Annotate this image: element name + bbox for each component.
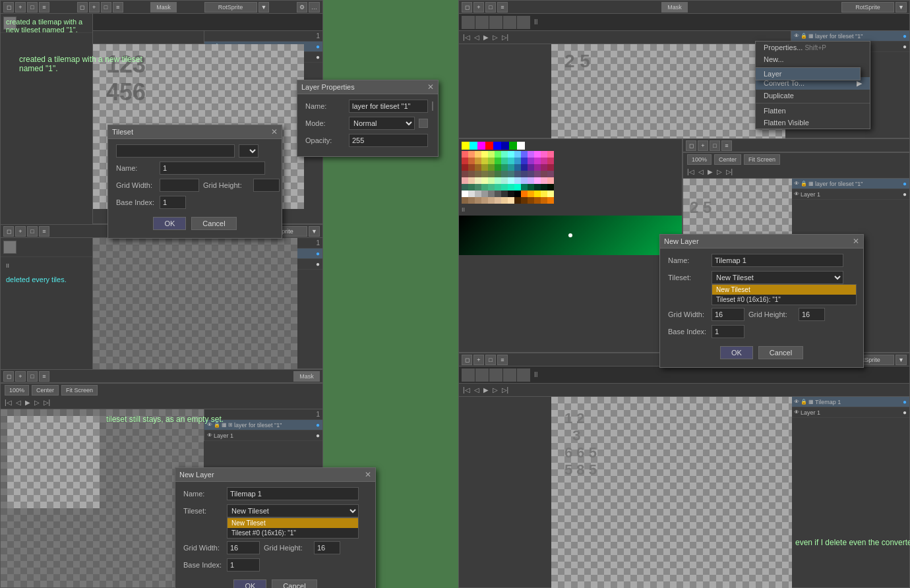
- mode-select[interactable]: Normal: [349, 117, 415, 130]
- cp-r7c8[interactable]: [508, 191, 514, 197]
- dialog-close-btn[interactable]: ✕: [427, 82, 434, 92]
- cp-r4c7[interactable]: [501, 171, 508, 177]
- cp-r5c7[interactable]: [501, 177, 508, 184]
- cp-r6c6[interactable]: [495, 184, 501, 191]
- rt-tool-4[interactable]: ≡: [497, 2, 508, 13]
- cp-r1c3[interactable]: [475, 151, 481, 158]
- cp-r7c10[interactable]: [521, 191, 528, 197]
- submenu-layer[interactable]: Layer: [756, 68, 860, 80]
- rt-frame-prev[interactable]: ◁: [473, 33, 481, 42]
- bot-tool-3[interactable]: □: [27, 371, 38, 382]
- cp-r5c5[interactable]: [488, 177, 495, 184]
- cp-r3c2[interactable]: [468, 164, 475, 171]
- ctx-flatten-visible[interactable]: Flatten Visible: [756, 117, 870, 129]
- cp-r3c7[interactable]: [501, 164, 508, 171]
- rml-frame-prev[interactable]: ◁: [697, 167, 705, 176]
- cp-r3c12[interactable]: [534, 164, 541, 171]
- color-yellow[interactable]: [462, 142, 470, 150]
- base-index-input[interactable]: [160, 196, 186, 209]
- rml-tool-2[interactable]: +: [698, 140, 708, 151]
- cp-r2c14[interactable]: [547, 158, 554, 164]
- cp-r1c7[interactable]: [501, 151, 508, 158]
- cp-r7c5[interactable]: [488, 191, 495, 197]
- cp-r3c10[interactable]: [521, 164, 528, 171]
- cp-r3c5[interactable]: [488, 164, 495, 171]
- cp-r4c12[interactable]: [534, 171, 541, 177]
- tool-btn-1[interactable]: ◻: [3, 2, 14, 13]
- cp-r4c9[interactable]: [514, 171, 521, 177]
- bot-frame-prev[interactable]: ◁: [15, 398, 22, 407]
- cp-r2c9[interactable]: [514, 158, 521, 164]
- cp-r5c11[interactable]: [528, 177, 534, 184]
- cp-r1c2[interactable]: [468, 151, 475, 158]
- rnl-dropdown-item-2[interactable]: Tileset #0 (16x16): "1": [712, 295, 856, 305]
- rt-tool-2[interactable]: +: [473, 2, 484, 13]
- cp-r2c2[interactable]: [468, 158, 475, 164]
- cp-r6c14[interactable]: [547, 184, 554, 191]
- cp-r8c10[interactable]: [521, 197, 528, 204]
- cp-r3c4[interactable]: [481, 164, 488, 171]
- rb-expand-btn[interactable]: ▼: [895, 355, 907, 365]
- bot-frame-start[interactable]: |◁: [3, 398, 13, 407]
- cp-r3c9[interactable]: [514, 164, 521, 171]
- mid-expand-btn[interactable]: ▼: [309, 226, 320, 237]
- cp-r7c14[interactable]: [547, 191, 554, 197]
- rt-frame-end[interactable]: ▷|: [501, 33, 510, 42]
- cp-r2c13[interactable]: [541, 158, 547, 164]
- cp-r7c11[interactable]: [528, 191, 534, 197]
- cp-r7c12[interactable]: [534, 191, 541, 197]
- cp-r8c6[interactable]: [495, 197, 501, 204]
- cp-r3c13[interactable]: [541, 164, 547, 171]
- cp-r1c11[interactable]: [528, 151, 534, 158]
- bot-frame-end[interactable]: ▷|: [42, 398, 52, 407]
- rt-tool-1[interactable]: ◻: [462, 2, 472, 13]
- rt-layer-tilemap[interactable]: 👁 🔒 ▦ layer for tileset "1" ●: [791, 31, 909, 42]
- color-primary[interactable]: [3, 16, 16, 30]
- rml-layer-tilemap[interactable]: 👁 🔒 ▦ layer for tileset "1" ●: [791, 179, 909, 189]
- rb-tool-4[interactable]: ≡: [497, 355, 508, 365]
- rb-tool-3[interactable]: □: [485, 355, 496, 365]
- rnl-base-input[interactable]: [712, 325, 744, 338]
- cp-r4c1[interactable]: [462, 171, 468, 177]
- rml-fit-btn[interactable]: Fit Screen: [744, 154, 780, 165]
- mode-extra[interactable]: [419, 119, 428, 128]
- color-red[interactable]: [485, 142, 493, 150]
- name-input[interactable]: [349, 100, 428, 113]
- bot-mask-btn[interactable]: Mask: [293, 371, 320, 382]
- bot-tool-2[interactable]: +: [15, 371, 26, 382]
- tileset-name-input[interactable]: [160, 162, 265, 175]
- cp-r6c10[interactable]: [521, 184, 528, 191]
- rt-frame-start[interactable]: |◁: [462, 33, 471, 42]
- cp-r8c12[interactable]: [534, 197, 541, 204]
- new-layer-close-left[interactable]: ✕: [365, 470, 371, 479]
- cp-r8c3[interactable]: [475, 197, 481, 204]
- mid-tool-3[interactable]: □: [27, 226, 38, 237]
- cp-r3c1[interactable]: [462, 164, 468, 171]
- cp-r1c10[interactable]: [521, 151, 528, 158]
- bot-tool-1[interactable]: ◻: [3, 371, 14, 382]
- rb-layer-1[interactable]: 👁 Layer 1 ●: [791, 407, 909, 418]
- mid-tool-4[interactable]: ≡: [39, 226, 49, 237]
- cp-r1c9[interactable]: [514, 151, 521, 158]
- cp-r8c13[interactable]: [541, 197, 547, 204]
- tool-btn-2[interactable]: +: [15, 2, 26, 13]
- rnl-gw-input[interactable]: [712, 308, 744, 321]
- rml-tool-1[interactable]: ◻: [686, 140, 696, 151]
- cp-r1c14[interactable]: [547, 151, 554, 158]
- cp-r3c3[interactable]: [475, 164, 481, 171]
- rnl-ok-btn-right[interactable]: OK: [720, 346, 753, 359]
- rml-tool-3[interactable]: □: [710, 140, 720, 151]
- rnl-cancel-btn-right[interactable]: Cancel: [758, 346, 803, 359]
- center-btn[interactable]: Center: [32, 385, 59, 396]
- tileset-img-input[interactable]: [116, 144, 235, 158]
- nl-ok-btn-left[interactable]: OK: [233, 579, 266, 588]
- color-magenta[interactable]: [477, 142, 485, 150]
- cp-r2c5[interactable]: [488, 158, 495, 164]
- rml-frame-start[interactable]: |◁: [686, 167, 696, 176]
- rt-expand-btn[interactable]: ▼: [895, 2, 907, 13]
- ctx-flatten[interactable]: Flatten: [756, 105, 870, 117]
- rml-frame-play[interactable]: ▶: [706, 167, 714, 176]
- cp-r8c8[interactable]: [508, 197, 514, 204]
- nl-tileset-select[interactable]: New Tileset Tileset #0 (16x16): "1": [227, 504, 359, 517]
- cp-r5c2[interactable]: [468, 177, 475, 184]
